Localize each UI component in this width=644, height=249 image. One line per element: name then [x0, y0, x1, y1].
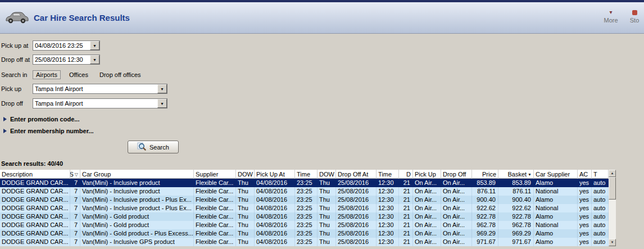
tab-airports[interactable]: Airports: [33, 70, 61, 79]
column-header-seats[interactable]: S▽: [70, 170, 80, 179]
cell-drop_off_at: 25/08/2016: [336, 179, 377, 187]
cell-dow2: Thu: [318, 187, 336, 196]
cell-pick_up_at: 04/08/2016: [255, 196, 295, 204]
cell-t: auto: [592, 212, 609, 221]
cell-car_group: Van(Mini) - Inclusive GPS product: [80, 238, 194, 246]
cell-days: 21: [399, 238, 413, 246]
cell-pick_up_at: 04/08/2016: [255, 238, 295, 246]
cell-pick_up: On Air...: [413, 204, 441, 212]
cell-days: 21: [399, 221, 413, 229]
vertical-scrollbar[interactable]: ▲ ▼: [609, 170, 616, 246]
cell-pick_up_at: 04/08/2016: [255, 221, 295, 229]
pick-up-at-label: Pick up at: [1, 42, 33, 49]
table-row[interactable]: DODGE GRAND CAR...7Van(Mini) - Inclusive…: [0, 187, 609, 196]
stop-button[interactable]: Sto: [626, 9, 643, 24]
cell-supplier: Flexible Car...: [194, 179, 236, 187]
column-header-time1[interactable]: Time: [295, 170, 318, 179]
chevron-down-icon[interactable]: ▼: [90, 41, 99, 50]
cell-dow1: Thu: [236, 221, 255, 229]
scrollbar-thumb[interactable]: [609, 177, 616, 200]
header-actions: ▾ More Sto: [602, 9, 643, 24]
column-header-dow2[interactable]: DOW: [318, 170, 336, 179]
column-header-car_group[interactable]: Car Group: [80, 170, 194, 179]
column-header-supplier[interactable]: Supplier: [194, 170, 236, 179]
cell-ac: yes: [578, 179, 592, 187]
cell-drop_off: On Air...: [441, 187, 472, 196]
cell-dow2: Thu: [318, 229, 336, 238]
scroll-up-icon[interactable]: ▲: [609, 170, 616, 177]
chevron-down-icon[interactable]: ▼: [157, 99, 167, 108]
column-header-car_supplier[interactable]: Car Supplier: [534, 170, 578, 179]
column-header-description[interactable]: Description: [0, 170, 70, 179]
table-row[interactable]: DODGE GRAND CAR...7Van(Mini) - Gold prod…: [0, 229, 609, 238]
table-row[interactable]: DODGE GRAND CAR...7Van(Mini) - Inclusive…: [0, 204, 609, 212]
table-row[interactable]: DODGE GRAND CAR...7Van(Mini) - Inclusive…: [0, 196, 609, 204]
chevron-down-icon[interactable]: ▼: [157, 84, 167, 93]
cell-t: auto: [592, 238, 609, 246]
cell-price: 876.11: [472, 187, 498, 196]
cell-dow2: Thu: [318, 179, 336, 187]
cell-car_group: Van(Mini) - Inclusive product - Plus Ex.…: [80, 196, 194, 204]
pick-up-location-combobox[interactable]: Tampa Intl Airport ▼: [33, 84, 167, 94]
cell-time2: 12:30: [377, 196, 399, 204]
column-header-dow1[interactable]: DOW: [236, 170, 255, 179]
cell-drop_off: On Air...: [441, 204, 472, 212]
cell-seats: 7: [70, 221, 80, 229]
table-row[interactable]: DODGE GRAND CAR...7Van(Mini) - Inclusive…: [0, 179, 609, 187]
chevron-down-icon[interactable]: ▼: [90, 55, 99, 64]
cell-drop_off: On Air...: [441, 221, 472, 229]
table-row[interactable]: DODGE GRAND CAR...7Van(Mini) - Gold prod…: [0, 221, 609, 229]
promotion-code-label: Enter promotion code...: [10, 116, 79, 123]
column-header-price[interactable]: Price: [472, 170, 498, 179]
drop-off-at-combobox[interactable]: 25/08/2016 12:30 ▼: [33, 55, 100, 65]
promotion-code-expander[interactable]: Enter promotion code...: [3, 115, 644, 123]
expander-arrow-icon: [3, 117, 7, 121]
column-header-time2[interactable]: Time: [377, 170, 399, 179]
cell-supplier: Flexible Car...: [194, 187, 236, 196]
results-header-row: DescriptionS▽Car GroupSupplierDOWPick Up…: [0, 170, 609, 179]
cell-pick_up_at: 04/08/2016: [255, 187, 295, 196]
cell-car_supplier: Alamo: [534, 179, 578, 187]
column-header-ac[interactable]: AC: [578, 170, 592, 179]
column-header-days[interactable]: D: [399, 170, 413, 179]
column-header-drop_off[interactable]: Drop Off: [441, 170, 472, 179]
tab-drop-off-offices[interactable]: Drop off offices: [97, 71, 144, 79]
table-row[interactable]: DODGE GRAND CAR...7Van(Mini) - Inclusive…: [0, 238, 609, 246]
cell-seats: 7: [70, 187, 80, 196]
table-row[interactable]: DODGE GRAND CAR...7Van(Mini) - Gold prod…: [0, 212, 609, 221]
scroll-down-icon[interactable]: ▼: [609, 239, 616, 246]
cell-time2: 12:30: [377, 238, 399, 246]
pick-up-at-combobox[interactable]: 04/08/2016 23:25 ▼: [33, 40, 100, 51]
cell-drop_off: On Air...: [441, 238, 472, 246]
column-header-pick_up[interactable]: Pick Up: [413, 170, 441, 179]
cell-days: 21: [399, 179, 413, 187]
column-header-t[interactable]: T: [592, 170, 609, 179]
membership-number-expander[interactable]: Enter membership number...: [3, 127, 644, 135]
cell-time1: 23:25: [295, 187, 318, 196]
cell-supplier: Flexible Car...: [194, 196, 236, 204]
cell-drop_off_at: 25/08/2016: [336, 204, 377, 212]
column-header-pick_up_at[interactable]: Pick Up At: [255, 170, 295, 179]
stop-icon: [632, 9, 637, 17]
cell-t: auto: [592, 221, 609, 229]
scrollbar-track[interactable]: [609, 200, 616, 239]
cell-pick_up: On Air...: [413, 238, 441, 246]
tab-offices[interactable]: Offices: [66, 71, 91, 79]
expander-arrow-icon: [3, 129, 7, 133]
cell-dow1: Thu: [236, 238, 255, 246]
cell-ac: yes: [578, 238, 592, 246]
cell-time2: 12:30: [377, 187, 399, 196]
cell-car_supplier: National: [534, 187, 578, 196]
drop-off-location-combobox[interactable]: Tampa Intl Airport ▼: [33, 98, 167, 108]
column-header-basket[interactable]: Basket▼: [498, 170, 534, 179]
pick-up-label: Pick up: [1, 85, 33, 92]
cell-car_supplier: Alamo: [534, 196, 578, 204]
cell-pick_up: On Air...: [413, 196, 441, 204]
search-form: Pick up at 04/08/2016 23:25 ▼ Drop off a…: [0, 40, 644, 153]
cell-dow2: Thu: [318, 238, 336, 246]
cell-pick_up: On Air...: [413, 212, 441, 221]
column-header-drop_off_at[interactable]: Drop Off At: [336, 170, 377, 179]
search-button[interactable]: Search: [128, 141, 179, 153]
sort-icon: ▼: [528, 173, 532, 176]
more-button[interactable]: ▾ More: [602, 9, 619, 24]
